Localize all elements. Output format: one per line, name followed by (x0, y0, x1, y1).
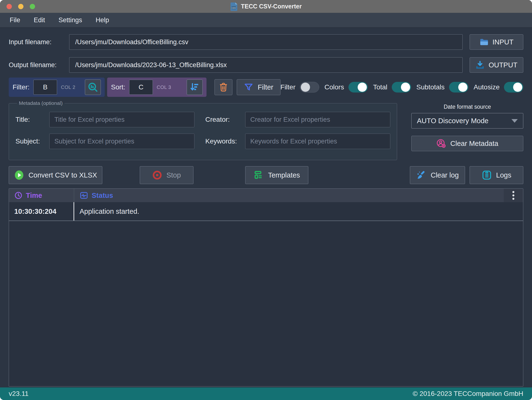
filter-panel: Filter: COL 2 (9, 78, 105, 97)
total-toggle[interactable] (392, 82, 411, 93)
menu-item-edit[interactable]: Edit (27, 13, 52, 28)
subject-field[interactable] (49, 134, 194, 149)
sort-panel: Sort: COL 3 (107, 78, 207, 97)
toggle-label-colors: Colors (325, 83, 344, 91)
filter-col-tag: COL 2 (61, 85, 75, 90)
app-window: CSV TECC CSV-Converter File Edit Setting… (0, 0, 532, 400)
log-table-header: Time Status (9, 189, 523, 202)
templates-button-label: Templates (268, 171, 300, 179)
logs-button[interactable]: Logs (470, 166, 523, 184)
stop-button[interactable]: Stop (140, 166, 193, 184)
title-field[interactable] (49, 112, 194, 127)
kebab-menu-icon (512, 190, 515, 200)
templates-button[interactable]: Templates (245, 166, 308, 184)
filter-toggle[interactable] (300, 82, 319, 93)
toggle-group: Filter Colors Total Subtotals Autosize (281, 82, 523, 93)
date-format-label: Date format source (411, 104, 523, 110)
convert-button[interactable]: Convert CSV to XLSX (9, 166, 102, 184)
log-empty-area (9, 221, 523, 386)
filter-button-label: Filter (258, 83, 273, 91)
clear-log-button-label: Clear log (431, 171, 459, 179)
clear-metadata-button[interactable]: Clear Metadata (411, 136, 523, 151)
clipboard-icon (482, 170, 492, 180)
zoom-button[interactable] (30, 4, 35, 9)
menu-item-file[interactable]: File (3, 13, 27, 28)
metadata-legend: Metadata (optional) (17, 100, 65, 106)
log-row-time: 10:30:30:204 (9, 202, 74, 221)
clear-log-button[interactable]: Clear log (410, 166, 465, 184)
toggle-label-autosize: Autosize (474, 83, 500, 91)
autosize-toggle[interactable] (504, 82, 523, 93)
download-icon (475, 60, 485, 70)
funnel-icon (244, 82, 253, 92)
close-button[interactable] (7, 4, 12, 9)
clear-metadata-label: Clear Metadata (450, 140, 498, 148)
date-format-column: Date format source AUTO Discovery Mode (411, 100, 523, 160)
table-options-button[interactable] (504, 189, 523, 202)
csv-app-icon: CSV (230, 2, 238, 11)
subtotals-toggle[interactable] (449, 82, 468, 93)
stop-button-label: Stop (166, 171, 181, 179)
status-column-header[interactable]: Status (74, 189, 504, 202)
toggle-label-filter: Filter (281, 83, 296, 91)
minimize-button[interactable] (18, 4, 23, 9)
log-row: 10:30:30:204 Application started. (9, 202, 523, 221)
folder-icon (480, 37, 489, 47)
status-column-label: Status (92, 192, 113, 200)
copyright-label: © 2016-2023 TECCompanion GmbH (413, 390, 523, 398)
play-icon (14, 170, 24, 181)
date-format-select[interactable]: AUTO Discovery Mode (411, 113, 523, 129)
sort-label: Sort: (111, 83, 125, 91)
logs-button-label: Logs (496, 171, 511, 179)
log-row-status: Application started. (74, 207, 523, 215)
search-stats-icon (88, 82, 98, 93)
input-button-label: INPUT (493, 38, 514, 46)
chevron-down-icon (511, 119, 518, 123)
output-filename-label: Output filename: (9, 61, 69, 69)
titlebar: CSV TECC CSV-Converter (0, 0, 532, 13)
activity-icon (80, 191, 88, 200)
creator-label: Creator: (205, 116, 245, 123)
version-label: v23.11 (9, 390, 29, 398)
clear-filter-button[interactable] (214, 79, 232, 95)
filter-button[interactable]: Filter (237, 79, 281, 95)
broom-icon (416, 170, 426, 180)
window-title: TECC CSV-Converter (241, 3, 302, 10)
menu-item-help[interactable]: Help (89, 13, 116, 28)
sort-direction-button[interactable] (187, 79, 203, 95)
menu-item-settings[interactable]: Settings (52, 13, 89, 28)
input-filename-field[interactable] (69, 34, 463, 50)
creator-field[interactable] (245, 112, 390, 127)
output-browse-button[interactable]: OUTPUT (470, 57, 523, 73)
sort-descending-icon (189, 82, 200, 93)
sort-col-tag: COL 3 (157, 85, 171, 90)
trash-icon (218, 82, 229, 93)
filter-label: Filter: (13, 83, 30, 91)
output-button-label: OUTPUT (488, 61, 517, 69)
status-bar: v23.11 © 2016-2023 TECCompanion GmbH (0, 387, 532, 400)
metadata-section: Metadata (optional) Title: Creator: Subj… (9, 100, 397, 160)
keywords-field[interactable] (245, 134, 390, 149)
clock-icon (14, 191, 22, 200)
log-table: Time Status (9, 188, 523, 386)
window-controls (7, 0, 35, 13)
filter-preview-button[interactable] (85, 79, 101, 95)
person-x-icon (436, 138, 446, 149)
filter-column-input[interactable] (33, 80, 57, 95)
templates-icon (253, 170, 264, 180)
time-column-label: Time (26, 192, 42, 200)
colors-toggle[interactable] (348, 82, 368, 93)
main-content: Input filename: INPUT Output filename: (0, 28, 532, 387)
input-filename-label: Input filename: (9, 38, 69, 46)
subject-label: Subject: (15, 137, 49, 145)
keywords-label: Keywords: (205, 137, 245, 145)
sort-column-input[interactable] (129, 80, 153, 95)
input-browse-button[interactable]: INPUT (470, 34, 523, 50)
menubar: File Edit Settings Help (0, 13, 532, 28)
stop-icon (152, 170, 162, 180)
output-filename-field[interactable] (69, 57, 463, 73)
time-column-header[interactable]: Time (9, 189, 74, 202)
toggle-label-total: Total (373, 83, 387, 91)
svg-text:CSV: CSV (232, 7, 236, 9)
convert-button-label: Convert CSV to XLSX (29, 171, 97, 179)
